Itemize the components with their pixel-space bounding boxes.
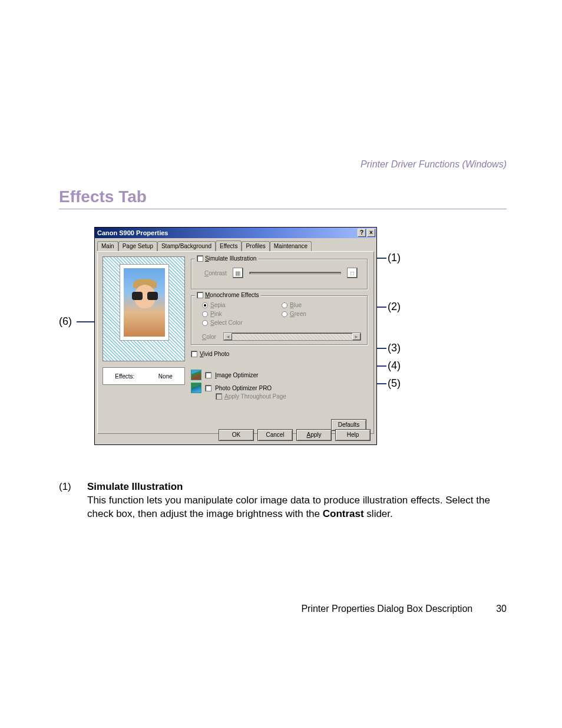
photo-optimizer-label: Photo Optimizer PRO [215,385,272,391]
monochrome-effects-checkbox[interactable] [197,292,203,298]
preview-page [120,264,169,341]
radio-sepia-row[interactable]: Sepia [202,302,282,308]
preview-panel [103,256,185,361]
simulate-illustration-label: Simulate Illustration [205,255,256,262]
description-number: (1) [59,480,77,521]
callout-3: (3) [388,342,401,354]
photo-optimizer-icon [191,383,201,393]
tab-main[interactable]: Main [97,241,118,252]
tab-effects[interactable]: Effects [216,241,242,251]
effects-label: Effects: [115,373,134,380]
contrast-row: Contrast ▦ □ [204,268,358,278]
description-block: (1) Simulate Illustration This function … [59,480,507,521]
description-heading: Simulate Illustration [87,480,507,494]
radio-select-color[interactable] [202,320,208,326]
contrast-slider[interactable] [249,272,341,274]
ok-button[interactable]: OK [219,429,254,441]
callout-5: (5) [388,377,401,390]
apply-throughout-row: Apply Throughout Page [216,393,286,400]
footer-page-number: 30 [496,604,507,614]
tab-page-setup[interactable]: Page Setup [118,241,157,252]
radio-green[interactable] [282,311,287,317]
cancel-button[interactable]: Cancel [257,429,293,441]
callout-1: (1) [388,252,401,264]
callout-2: (2) [388,301,401,313]
description-text: This function lets you manipulate color … [87,494,507,521]
simulate-illustration-checkbox[interactable] [197,255,203,262]
apply-throughout-label: Apply Throughout Page [224,393,286,400]
scroll-right-icon[interactable]: ► [352,333,361,340]
contrast-label: Contrast [204,270,227,276]
radio-select-color-row[interactable]: Select Color [202,319,282,326]
dialog-buttons: OK Cancel Apply Help [219,429,371,441]
figure: (1) (2) (3) (4) (5) (6) Canon S900 Prope… [59,227,436,463]
vivid-photo-row[interactable]: Vivid Photo [191,351,229,357]
radio-blue[interactable] [282,302,287,308]
radio-pink-row[interactable]: Pink [202,311,282,317]
tab-maintenance[interactable]: Maintenance [270,241,312,252]
radio-blue-row[interactable]: Blue [282,302,361,308]
group-simulate-illustration: Simulate Illustration Contrast ▦ □ [191,259,368,289]
vivid-photo-label: Vivid Photo [200,351,229,357]
titlebar[interactable]: Canon S900 Properties ? × [95,228,376,238]
preview-photo [124,268,165,337]
image-optimizer-checkbox[interactable] [205,372,211,378]
help-button[interactable]: ? [358,229,366,237]
effects-summary: Effects: None [103,367,185,385]
photo-optimizer-row: Photo Optimizer PRO [191,383,272,393]
tab-stamp-background[interactable]: Stamp/Background [157,241,216,252]
image-optimizer-icon [191,370,201,380]
close-button[interactable]: × [367,229,375,237]
apply-throughout-checkbox[interactable] [216,393,222,400]
image-optimizer-label: Image Optimizer [215,372,258,378]
tab-profiles[interactable]: Profiles [242,241,269,252]
title-rule [59,209,507,209]
monochrome-effects-label: Monochrome Effects [205,292,259,298]
contrast-low-icon: ▦ [233,268,243,278]
tabstrip: Main Page Setup Stamp/Background Effects… [95,238,376,251]
image-optimizer-row: Image Optimizer [191,370,258,380]
radio-pink[interactable] [202,311,208,317]
contrast-high-icon: □ [347,268,358,278]
color-scrollbar[interactable]: ◄ ► [223,332,361,341]
radio-sepia[interactable] [202,302,208,308]
tab-panel-effects: Effects: None Simulate Illustration Cont… [97,251,374,434]
page-footer: Printer Properties Dialog Box Descriptio… [59,604,507,614]
apply-button[interactable]: Apply [296,429,332,441]
callout-6: (6) [59,315,72,328]
section-header: Printer Driver Functions (Windows) [59,159,507,170]
color-label: Color [202,334,216,340]
properties-dialog: Canon S900 Properties ? × Main Page Setu… [94,227,377,445]
radio-green-row[interactable]: Green [282,311,361,317]
effects-value: None [158,373,173,380]
group-monochrome-effects: Monochrome Effects Sepia Blue Pink Green… [191,295,368,345]
window-title: Canon S900 Properties [97,229,168,236]
callout-4: (4) [388,360,401,372]
scroll-left-icon[interactable]: ◄ [224,333,232,340]
photo-optimizer-checkbox[interactable] [205,385,211,391]
help-button-bottom[interactable]: Help [335,429,371,441]
vivid-photo-checkbox[interactable] [191,351,197,357]
page-title: Effects Tab [59,187,507,206]
footer-text: Printer Properties Dialog Box Descriptio… [301,604,472,614]
